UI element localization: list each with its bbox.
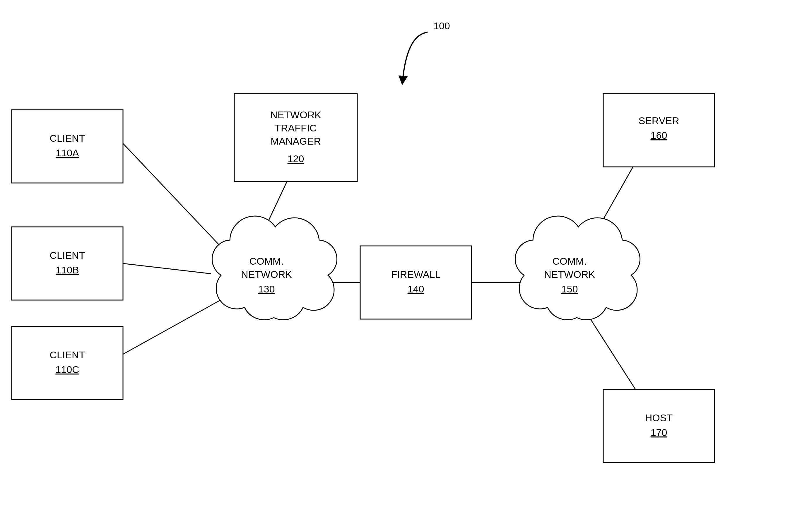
figure-ref-label: 100 [433,20,450,31]
node-client-c: CLIENT 110C [12,326,123,399]
node-client-b-ref: 110B [56,264,79,275]
node-host-ref: 170 [651,427,667,438]
node-client-b: CLIENT 110B [12,227,123,300]
node-net1-line2: NETWORK [241,269,292,280]
node-server: SERVER 160 [603,94,715,167]
network-diagram: 100 CLIENT 110A CLIENT 110B CLIENT 110C [0,0,812,512]
node-ntm-line3: MANAGER [270,135,321,147]
node-net2-line2: NETWORK [544,269,595,280]
node-ntm-line2: TRAFFIC [275,122,317,133]
figure-ref: 100 [403,20,450,81]
node-net2: COMM. NETWORK 150 [515,216,640,320]
node-firewall: FIREWALL 140 [360,246,471,319]
node-host-label: HOST [645,412,673,423]
node-host: HOST 170 [603,389,715,462]
node-net2-ref: 150 [561,283,578,295]
node-server-ref: 160 [651,130,667,141]
svg-rect-0 [12,110,123,183]
svg-rect-2 [12,326,123,399]
node-ntm-ref: 120 [288,153,304,164]
edge-clientA-net1 [123,144,228,255]
node-ntm: NETWORK TRAFFIC MANAGER 120 [234,94,357,181]
node-client-c-label: CLIENT [50,349,85,360]
node-net1-ref: 130 [258,283,275,295]
svg-rect-1 [12,227,123,300]
node-client-b-label: CLIENT [50,250,85,261]
cloud-icon [212,216,337,320]
node-client-a-ref: 110A [56,147,79,158]
node-net1-line1: COMM. [249,255,284,267]
node-client-a: CLIENT 110A [12,110,123,183]
node-server-label: SERVER [638,115,679,126]
edge-net2-host [588,316,635,389]
node-firewall-label: FIREWALL [391,269,441,280]
node-client-a-label: CLIENT [50,132,85,144]
node-net1: COMM. NETWORK 130 [212,216,337,320]
svg-rect-6 [603,389,715,462]
cloud-icon [515,216,640,320]
svg-rect-4 [360,246,471,319]
node-net2-line1: COMM. [552,255,586,267]
edge-clientB-net1 [123,264,211,274]
node-firewall-ref: 140 [408,283,424,295]
edge-clientC-net1 [123,296,228,354]
node-client-c-ref: 110C [55,364,79,375]
node-ntm-line1: NETWORK [270,109,321,120]
